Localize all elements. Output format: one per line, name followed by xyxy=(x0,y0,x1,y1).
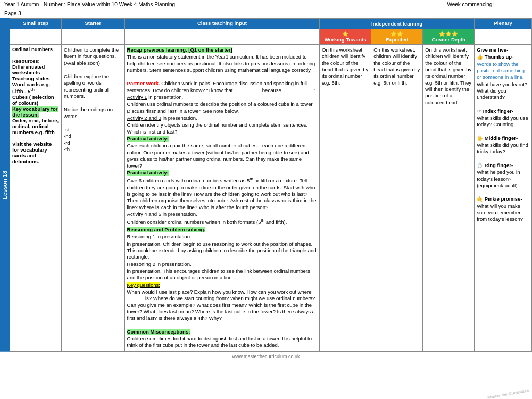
plenary-middle-text: What skills did you find tricky today? xyxy=(477,142,529,155)
lesson-container: Lesson 18 Small step Starter Class teach… xyxy=(0,18,532,352)
practical1-text: Give each child in a pair the same, smal… xyxy=(127,143,318,169)
footer: www.masterthecurriculum.co.uk xyxy=(0,352,532,361)
activity45-text: Children consider ordinal numbers writte… xyxy=(127,218,318,226)
plenary-ring-label: Ring finger- xyxy=(485,162,513,168)
starter-cell: Children to complete the fluent in four … xyxy=(62,45,125,352)
small-step-title: Ordinal numbers xyxy=(12,46,53,52)
plenary-middle-label: Middle finger- xyxy=(485,135,518,141)
recap-heading: Recap previous learning. [Q1 on the star… xyxy=(127,47,232,53)
activity23-label: Activity 2 and 3 xyxy=(127,115,161,121)
expected-cell: On this worksheet, children will identif… xyxy=(371,45,423,352)
page-header: Year 1 Autumn - Number : Place Value wit… xyxy=(0,0,532,9)
reasoning1-label: Reasoning 1 xyxy=(127,234,155,239)
reasoning-label: Reasoning and Problem solving. xyxy=(127,227,205,232)
activity45-label: Activity 4 and 5 xyxy=(127,211,161,217)
col-greater-depth: ⭐⭐⭐ Greater Depth xyxy=(423,29,475,45)
key-vocab-label: Key vocabulary for the lesson: xyxy=(12,106,58,118)
class-teaching-cell: Recap previous learning. [Q1 on the star… xyxy=(124,45,320,352)
plenary-index-text: What skills did you use today? Counting. xyxy=(477,115,529,128)
key-questions-text: When would I use last place? Explain how… xyxy=(127,289,318,322)
key-q-label: Key questions: xyxy=(127,282,160,288)
greater-depth-cell: On this worksheet, children will identif… xyxy=(423,45,475,352)
misconceptions-label: Common Misconceptions: xyxy=(127,329,190,335)
col-small-step: Small step xyxy=(10,19,62,29)
col-working-towards: ⭐ Working Towards xyxy=(320,29,371,45)
page-number: Page 3 xyxy=(0,9,532,18)
col-plenary: Plenary xyxy=(475,19,532,29)
activity1-text: Children use ordinal numbers to describe… xyxy=(127,101,318,114)
practical1-label: Practical activity: xyxy=(127,136,169,142)
plenary-thumbs-label: Thumbs up- xyxy=(485,54,513,60)
resources-label: Resources: xyxy=(12,58,40,64)
plenary-title: Give me five- xyxy=(477,47,508,53)
starter-endings: -st-nd-rd-th. xyxy=(64,127,122,153)
col-independent: Independent learning xyxy=(320,19,475,29)
plenary-pinkie-text: What will you make sure you remember fro… xyxy=(477,203,529,223)
greater-text: On this worksheet, children will identif… xyxy=(425,47,472,106)
plenary-blue-text: Words to show the position of something … xyxy=(477,61,529,81)
reasoning2-label: Reasoning 2 xyxy=(127,261,155,267)
col-expected: ⭐⭐ Expected xyxy=(371,29,423,45)
visit-text: Visit the website for vocabulary cards a… xyxy=(12,141,52,164)
plenary-pinkie-label: Pinkie promise- xyxy=(485,196,522,202)
reasoning2-text: in presentation. This encourages childre… xyxy=(127,268,318,281)
plenary-index-label: Index finger- xyxy=(483,108,513,114)
starter-line1: Children to complete the fluent in four … xyxy=(64,47,122,66)
plenary-thumbs-text: What have you learnt? What did you under… xyxy=(477,81,529,101)
activity1-label: Activity 1 xyxy=(127,94,147,100)
col-class-teaching: Class teaching input xyxy=(124,19,320,29)
main-table: Small step Starter Class teaching input … xyxy=(10,18,532,352)
starter-line3: Notice the endings on words xyxy=(64,106,122,120)
plenary-cell: Give me five- 👍 Thumbs up- Words to show… xyxy=(475,45,532,352)
lesson-label: Lesson 18 xyxy=(0,18,10,352)
plenary-ring-text: What helped you in today's lesson? (equi… xyxy=(477,169,529,189)
practical2-label: Practical activity: xyxy=(127,170,169,176)
col-starter: Starter xyxy=(62,19,125,29)
header-left: Year 1 Autumn - Number : Place Value wit… xyxy=(4,2,175,7)
starter-line2: Children explore the spelling of words r… xyxy=(64,73,122,99)
practical2-text: Give 6 children cards with ordinal numbe… xyxy=(127,177,318,211)
misconceptions-text: Children sometimes find it hard to disti… xyxy=(127,336,318,349)
small-step-cell: Ordinal numbers Resources: Differentiate… xyxy=(10,45,62,352)
resources-text: Differentiated worksheetsTeaching slides… xyxy=(12,64,54,106)
expected-text: On this worksheet, children will identif… xyxy=(373,47,420,86)
header-right: Week commencing: ___________ xyxy=(447,2,528,7)
vocab-list: Order, next, before, ordinal, ordinal nu… xyxy=(12,118,59,135)
working-towards-cell: On this worksheet, children will identif… xyxy=(320,45,371,352)
reasoning1-text: in presentation. Children begin to use r… xyxy=(127,241,318,261)
partner-work-label: Partner Work. xyxy=(127,80,160,86)
recap-text: This is a non-statutory statement in the… xyxy=(127,54,318,73)
activity23-text: Children identify objects using the ordi… xyxy=(127,122,318,135)
working-text: On this worksheet, children will identif… xyxy=(322,47,369,86)
